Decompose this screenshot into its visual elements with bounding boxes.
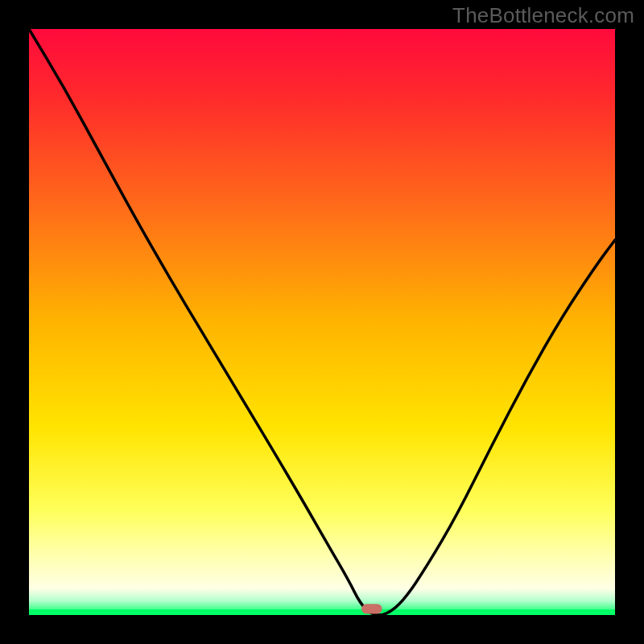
green-baseline [29,609,615,615]
watermark-text: TheBottleneck.com [452,3,634,28]
bottleneck-chart [0,0,644,644]
plot-background [29,29,615,615]
chart-frame: { "watermark": "TheBottleneck.com", "col… [0,0,644,644]
optimal-marker [361,604,382,613]
